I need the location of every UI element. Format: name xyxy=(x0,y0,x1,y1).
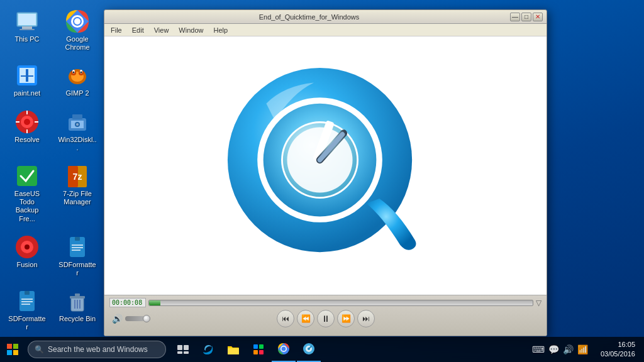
volume-knob[interactable] xyxy=(143,315,150,322)
system-clock[interactable]: 16:05 03/05/2016 xyxy=(596,340,640,359)
window-titlebar[interactable]: End_of_Quicktime_for_Windows — □ ✕ xyxy=(104,10,547,24)
easeus-icon xyxy=(14,163,40,189)
svg-rect-2 xyxy=(22,26,32,29)
close-button[interactable]: ✕ xyxy=(533,13,543,21)
svg-rect-3 xyxy=(19,29,35,30)
svg-rect-71 xyxy=(184,351,189,354)
resolve-label: Resolve xyxy=(14,136,40,144)
window-controls: — □ ✕ xyxy=(510,13,543,21)
clock-time: 16:05 xyxy=(601,340,635,349)
search-bar[interactable]: 🔍 Search the web and Windows xyxy=(28,341,166,358)
paint-label: paint.net xyxy=(14,89,40,97)
file-explorer-button[interactable] xyxy=(221,337,245,362)
menu-help[interactable]: Help xyxy=(209,25,231,35)
chrome-icon xyxy=(65,9,90,34)
svg-rect-73 xyxy=(253,344,258,349)
taskview-button[interactable] xyxy=(171,337,195,362)
svg-rect-40 xyxy=(75,237,80,241)
svg-rect-75 xyxy=(253,350,258,354)
svg-point-83 xyxy=(308,348,310,350)
svg-text:7z: 7z xyxy=(73,172,82,182)
desktop-icon-recycle-bin[interactable]: Recycle Bin xyxy=(55,286,99,334)
chrome-taskbar-button[interactable] xyxy=(272,337,296,362)
store-icon xyxy=(252,343,265,356)
svg-point-30 xyxy=(76,123,79,126)
quicktime-logo xyxy=(206,56,445,276)
svg-rect-42 xyxy=(72,247,83,248)
svg-rect-31 xyxy=(72,114,82,119)
window-title: End_of_Quicktime_for_Windows xyxy=(108,13,510,21)
store-button[interactable] xyxy=(247,337,270,362)
volume-icon: 🔊 xyxy=(112,314,123,324)
svg-rect-68 xyxy=(177,345,182,350)
fast-forward-button[interactable]: ⏩ xyxy=(337,310,355,327)
desktop-icon-this-pc[interactable]: This PC xyxy=(5,6,49,54)
desktop-icon-fusion[interactable]: Fusion xyxy=(5,232,49,280)
7zip-icon: 7z xyxy=(65,163,90,189)
sdformatter-desktop-icon xyxy=(65,234,90,260)
svg-point-38 xyxy=(25,244,30,250)
desktop-icon-gimp[interactable]: GIMP 2 xyxy=(55,60,99,100)
win32disk-label: Win32Diskl... xyxy=(58,136,97,152)
svg-rect-65 xyxy=(13,344,18,349)
search-icon: 🔍 xyxy=(35,345,44,354)
svg-rect-47 xyxy=(21,301,33,302)
easeus-label: EaseUS Todo Backup Fre... xyxy=(8,190,47,223)
sdformatter2-icon xyxy=(14,288,40,314)
rewind-button[interactable]: ⏪ xyxy=(297,310,314,327)
pause-button[interactable]: ⏸ xyxy=(317,310,335,327)
desktop-icon-easeus[interactable]: EaseUS Todo Backup Fre... xyxy=(5,161,49,226)
menu-edit[interactable]: Edit xyxy=(128,25,148,35)
search-placeholder: Search the web and Windows xyxy=(48,345,148,354)
taskbar: 🔍 Search the web and Windows xyxy=(0,337,644,362)
this-pc-label: This PC xyxy=(14,35,39,43)
recycle-bin-icon xyxy=(65,288,90,314)
svg-rect-72 xyxy=(228,348,239,354)
menu-file[interactable]: File xyxy=(107,25,126,35)
menu-window[interactable]: Window xyxy=(175,25,207,35)
windows-logo-icon xyxy=(7,344,18,355)
quicktime-taskbar-icon xyxy=(303,343,315,355)
svg-rect-50 xyxy=(70,296,85,299)
progress-bar[interactable] xyxy=(148,300,533,306)
system-tray: ⌨ 💬 🔊 📶 16:05 03/05/2016 xyxy=(527,340,644,359)
paint-icon xyxy=(14,63,40,88)
tray-icons: ⌨ 💬 🔊 📶 xyxy=(527,344,593,354)
taskbar-pinned-icons xyxy=(171,337,321,362)
video-content xyxy=(104,36,547,295)
desktop-icon-win32[interactable]: Win32Diskl... xyxy=(55,107,99,155)
minimize-button[interactable]: — xyxy=(510,13,520,21)
volume-tray-icon[interactable]: 🔊 xyxy=(563,344,574,354)
start-button[interactable] xyxy=(0,337,25,362)
quicktime-taskbar-button[interactable] xyxy=(297,337,321,362)
desktop-icon-chrome[interactable]: Google Chrome xyxy=(55,6,99,54)
volume-slider[interactable] xyxy=(125,316,150,321)
svg-rect-64 xyxy=(7,344,12,349)
task-view-icon xyxy=(177,345,189,354)
svg-rect-43 xyxy=(72,250,80,251)
transport-controls: ⏮ ⏪ ⏸ ⏩ ⏭ xyxy=(277,310,375,327)
desktop-icon-sdformatter2[interactable]: SDFormatter xyxy=(5,286,49,334)
svg-rect-66 xyxy=(7,350,12,355)
this-pc-icon xyxy=(14,9,40,34)
desktop-icon-grid: This PC Google Chrome xyxy=(5,6,99,334)
chat-icon: 💬 xyxy=(548,344,559,354)
svg-point-22 xyxy=(24,119,30,125)
desktop-icon-sdformatter-d[interactable]: SDFormatter xyxy=(55,232,99,280)
skip-forward-button[interactable]: ⏭ xyxy=(357,310,375,327)
volume-control[interactable]: 🔊 xyxy=(112,314,150,324)
edge-button[interactable] xyxy=(196,337,220,362)
svg-point-18 xyxy=(73,72,75,74)
recycle-bin-label: Recycle Bin xyxy=(59,315,96,323)
svg-rect-67 xyxy=(13,350,18,355)
menu-view[interactable]: View xyxy=(150,25,173,35)
svg-rect-41 xyxy=(72,244,83,246)
desktop-icon-resolve[interactable]: Resolve xyxy=(5,107,49,155)
desktop-icon-7zip[interactable]: 7z 7-Zip File Manager xyxy=(55,161,99,226)
svg-rect-74 xyxy=(259,344,264,349)
maximize-button[interactable]: □ xyxy=(521,13,531,21)
desktop-icon-paint[interactable]: paint.net xyxy=(5,60,49,100)
network-icon[interactable]: 📶 xyxy=(577,344,588,354)
skip-back-button[interactable]: ⏮ xyxy=(277,310,294,327)
svg-rect-48 xyxy=(21,304,30,305)
